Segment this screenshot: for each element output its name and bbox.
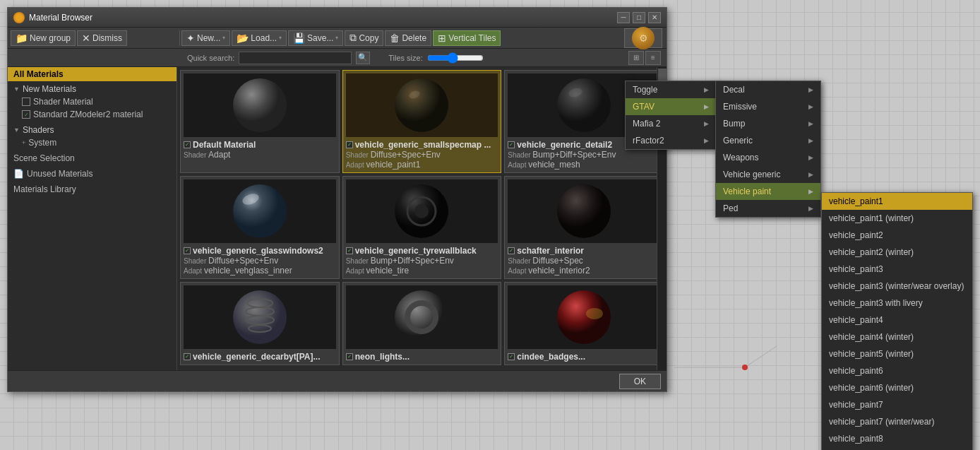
settings-button[interactable]: ⚙	[624, 28, 662, 48]
material-thumbnail	[508, 285, 660, 349]
vehicle-paint6-item[interactable]: vehicle_paint6	[822, 362, 972, 379]
vehicle-paint3-livery-item[interactable]: vehicle_paint3 with livery	[822, 295, 972, 312]
vehicle-paint3-winter-label: vehicle_paint3 (winter/wear overlay)	[829, 281, 964, 291]
vehicle-paint7-winter-item[interactable]: vehicle_paint7 (winter/wear)	[822, 413, 972, 430]
list-view-button[interactable]: ≡	[645, 51, 661, 65]
vehicle-paint1-winter-item[interactable]: vehicle_paint1 (winter)	[822, 210, 972, 227]
new-icon: ✦	[186, 32, 195, 44]
minimize-button[interactable]: ─	[617, 12, 630, 23]
gtav-arrow-icon: ▶	[704, 103, 709, 110]
unused-materials-label: Unused Materials	[27, 169, 92, 179]
save-button[interactable]: 💾 Save... ▾	[288, 30, 343, 46]
standard-zmodeler-item[interactable]: ✓ Standard ZModeler2 material	[8, 108, 177, 121]
material-item[interactable]: ✓ cindee_badges...	[504, 282, 664, 365]
grid-view-button[interactable]: ⊞	[628, 51, 644, 65]
search-input[interactable]	[239, 52, 352, 64]
scene-selection-item[interactable]: Scene Selection	[8, 150, 177, 166]
bump-menu-item[interactable]: Bump ▶	[716, 115, 820, 132]
material-item[interactable]: ✓ Default Material Shader Adapt	[180, 70, 340, 173]
close-button[interactable]: ✕	[648, 12, 661, 23]
vehicle-paint2-winter-item[interactable]: vehicle_paint2 (winter)	[822, 244, 972, 261]
vehicle-paint-menu-item[interactable]: Vehicle paint ▶	[716, 183, 820, 200]
material-checkbox[interactable]: ✓	[184, 247, 191, 254]
maximize-button[interactable]: □	[633, 12, 645, 23]
ped-menu-item[interactable]: Ped ▶	[716, 200, 820, 217]
vehicle-paint3-winter-item[interactable]: vehicle_paint3 (winter/wear overlay)	[822, 278, 972, 295]
generic-arrow-icon: ▶	[808, 137, 813, 144]
shader-material-checkbox[interactable]	[22, 97, 30, 106]
delete-icon: 🗑	[390, 32, 400, 44]
material-sphere-svg	[556, 289, 612, 345]
new-group-button[interactable]: 📁 New group	[11, 30, 76, 46]
vehicle-paint8-item[interactable]: vehicle_paint8	[822, 430, 972, 447]
ped-arrow-icon: ▶	[808, 205, 813, 212]
shaders-header[interactable]: ▼ Shaders	[8, 124, 177, 136]
material-checkbox[interactable]: ✓	[346, 353, 353, 360]
material-item[interactable]: ✓ vehicle_generic_tyrewallblack Shader B…	[342, 176, 502, 279]
system-item[interactable]: + System	[8, 136, 177, 149]
svg-point-20	[395, 290, 448, 344]
materials-area: ✓ Default Material Shader Adapt	[177, 67, 667, 370]
material-item[interactable]: ✓ neon_lights...	[342, 282, 502, 365]
material-checkbox[interactable]: ✓	[508, 141, 515, 148]
system-label: System	[28, 138, 56, 148]
rfactor2-menu-item[interactable]: rFactor2 ▶	[626, 132, 716, 149]
unused-materials-item[interactable]: 📄 Unused Materials	[8, 166, 177, 182]
vehicle-generic-menu-item[interactable]: Vehicle generic ▶	[716, 166, 820, 183]
load-button[interactable]: 📂 Load... ▾	[232, 30, 287, 46]
material-name: ✓ Default Material	[184, 140, 336, 150]
material-item[interactable]: ✓ vehicle_generic_decarbyt[PA]...	[180, 282, 340, 365]
svg-point-14	[557, 184, 611, 238]
tiles-size-slider[interactable]	[427, 52, 484, 64]
material-item[interactable]: ✓ vehicle_generic_glasswindows2 Shader D…	[180, 176, 340, 279]
material-checkbox[interactable]: ✓	[508, 247, 515, 254]
vehicle-paint3-item[interactable]: vehicle_paint3	[822, 261, 972, 278]
svg-line-1	[745, 346, 777, 367]
all-materials-item[interactable]: All Materials	[8, 67, 177, 81]
gtav-menu-item[interactable]: GTAV ▶	[626, 98, 716, 115]
view-buttons: ⊞ ≡	[628, 51, 661, 65]
decal-menu-item[interactable]: Decal ▶	[716, 81, 820, 98]
bump-label: Bump	[723, 119, 745, 129]
material-info: Shader Bump+Diff+Spec+Env	[508, 150, 660, 160]
content-area: All Materials ▼ New Materials Shader Mat…	[8, 67, 667, 370]
toggle-menu-item[interactable]: Toggle ▶	[626, 81, 716, 98]
vehicle-paint1-item[interactable]: vehicle_paint1	[822, 193, 972, 210]
vehicle-paint4-item[interactable]: vehicle_paint4	[822, 312, 972, 328]
weapons-menu-item[interactable]: Weapons ▶	[716, 149, 820, 166]
vehicle-paint4-winter-item[interactable]: vehicle_paint4 (winter)	[822, 328, 972, 345]
mafia2-menu-item[interactable]: Mafia 2 ▶	[626, 115, 716, 132]
vehicle-paint2-item[interactable]: vehicle_paint2	[822, 227, 972, 244]
material-item[interactable]: ✓ vehicle_generic_smallspecmap ... Shade…	[342, 70, 502, 173]
material-checkbox[interactable]: ✓	[346, 247, 353, 254]
material-adapt: Adapt vehicle_tire	[346, 266, 498, 276]
vehicle-paint5-winter-item[interactable]: vehicle_paint5 (winter)	[822, 345, 972, 362]
new-button[interactable]: ✦ New... ▾	[181, 30, 230, 46]
shader-material-item[interactable]: Shader Material	[8, 95, 177, 108]
vehicle-paint7-item[interactable]: vehicle_paint7	[822, 396, 972, 413]
material-checkbox[interactable]: ✓	[184, 141, 191, 148]
material-checkbox[interactable]: ✓	[346, 141, 353, 148]
delete-button[interactable]: 🗑 Delete	[385, 30, 431, 46]
material-checkbox[interactable]: ✓	[184, 353, 191, 360]
copy-button[interactable]: ⧉ Copy	[345, 30, 383, 46]
vehicle-paint6-winter-item[interactable]: vehicle_paint6 (winter)	[822, 379, 972, 396]
emissive-menu-item[interactable]: Emissive ▶	[716, 98, 820, 115]
ok-button[interactable]: OK	[619, 374, 661, 389]
material-sphere-svg	[393, 289, 450, 345]
standard-zmodeler-checkbox[interactable]: ✓	[22, 110, 30, 119]
new-materials-header[interactable]: ▼ New Materials	[8, 83, 177, 95]
search-button[interactable]: 🔍	[356, 52, 370, 64]
delete-label: Delete	[402, 33, 426, 43]
shaders-label: Shaders	[23, 125, 54, 135]
vertical-tiles-button[interactable]: ⊞ Vertical Tiles	[433, 30, 501, 46]
rfactor2-arrow-icon: ▶	[704, 137, 709, 144]
generic-menu-item[interactable]: Generic ▶	[716, 132, 820, 149]
material-checkbox[interactable]: ✓	[508, 353, 515, 360]
vehicle-paint9-item[interactable]: vehicle_paint9	[822, 447, 972, 450]
dismiss-button[interactable]: ✕ Dismiss	[77, 30, 127, 46]
material-thumbnail	[184, 179, 336, 243]
gtav-label: GTAV	[633, 102, 655, 112]
material-item[interactable]: ✓ schafter_interior Shader Diffuse+Spec …	[504, 176, 664, 279]
materials-library-item[interactable]: Materials Library	[8, 182, 177, 197]
